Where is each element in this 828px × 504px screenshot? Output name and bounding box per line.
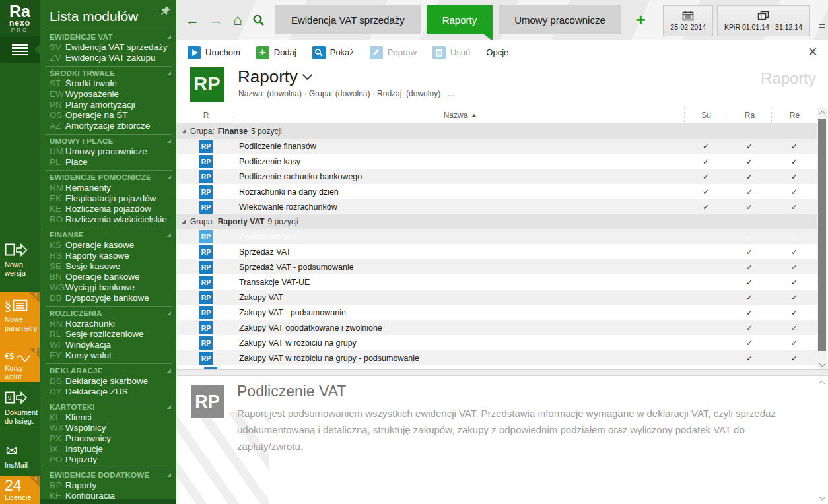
group-row-raporty-vat[interactable]: Grupa: Raporty VAT 9 pozycji xyxy=(176,214,817,229)
scrollbar-thumb[interactable] xyxy=(818,119,826,351)
sidebar-item[interactable]: EYKursy walut xyxy=(46,350,172,361)
column-header-r[interactable]: R xyxy=(176,111,236,120)
sidebar-item[interactable]: STŚrodki trwałe xyxy=(46,79,172,89)
rail-item-licencje[interactable]: ! 24 Licencje xyxy=(0,476,40,504)
section-header[interactable]: DEKLARACJE xyxy=(46,366,172,376)
detail-scroll-up-icon[interactable] xyxy=(819,381,824,386)
sidebar-item[interactable]: EWWyposażenie xyxy=(46,89,172,100)
table-row[interactable]: RP Zakupy VAT w rozbiciu na grupy - pods… xyxy=(176,350,817,365)
options-button[interactable]: Opcje xyxy=(486,47,508,57)
edit-button[interactable]: Popraw xyxy=(370,46,417,59)
tab-umowy-pracownicze[interactable]: Umowy pracownicze xyxy=(499,5,621,34)
resize-grip[interactable] xyxy=(820,495,825,502)
sidebar-item[interactable]: WGWyciągi bankowe xyxy=(46,282,172,293)
section-header[interactable]: EWIDENCJE DODATKOWE xyxy=(46,470,172,480)
sidebar-item[interactable]: SVEwidencja VAT sprzedaży xyxy=(46,42,172,53)
sidebar-item[interactable]: RLSesje rozliczeniowe xyxy=(46,329,172,340)
table-row[interactable]: RP Transakcje VAT-UE ✓ ✓ xyxy=(176,274,817,290)
forward-icon[interactable]: → xyxy=(209,13,223,27)
table-row[interactable]: RP Podliczenie rachunku bankowego ✓ ✓ ✓ xyxy=(176,169,817,184)
sidebar-item[interactable]: RSRaporty kasowe xyxy=(46,251,172,261)
module-list-button[interactable] xyxy=(0,36,40,63)
sidebar-item[interactable]: KSOperacje kasowe xyxy=(46,240,172,251)
table-row[interactable]: RP Podliczenie kasy ✓ ✓ ✓ xyxy=(176,154,817,169)
pane-splitter[interactable] xyxy=(176,369,828,376)
report-detail-title: Podliczenie VAT xyxy=(237,383,346,400)
back-icon[interactable]: ← xyxy=(186,13,199,27)
sidebar-item[interactable]: WXWspólnicy xyxy=(46,423,172,433)
section-header[interactable]: EWIDENCJE POMOCNICZE xyxy=(46,173,172,183)
page-title[interactable]: Raporty xyxy=(238,67,311,87)
table-row[interactable]: RP Sprzedaż VAT - podsumowanie ✓ ✓ xyxy=(176,259,817,274)
table-row[interactable]: RP Zakupy VAT opodatkowane i zwolnione ✓… xyxy=(176,320,817,335)
current-date-button[interactable]: 25-02-2014 xyxy=(663,5,713,36)
rail-item-dokument-do-ksieg[interactable]: 0 Dokumentdo księg. xyxy=(0,385,40,437)
close-icon[interactable]: × xyxy=(808,42,817,61)
rail-item-nowe-parametry[interactable]: ! § Noweparametry xyxy=(0,292,40,348)
table-row[interactable]: RP Zakupy VAT - podsumowanie ✓ ✓ xyxy=(176,305,817,320)
scroll-down-icon[interactable] xyxy=(817,360,827,369)
rail-item-kursy-walut[interactable]: ! €$ Kursywalut xyxy=(0,348,40,382)
sidebar-item[interactable]: RMRemanenty xyxy=(46,183,172,193)
window-menu-button[interactable] xyxy=(815,5,828,45)
tab-raporty[interactable]: Raporty xyxy=(427,5,493,34)
show-button[interactable]: Pokaż xyxy=(312,46,354,59)
sidebar-item[interactable]: DBDyspozycje bankowe xyxy=(46,293,172,303)
sidebar-item[interactable]: RPRaporty xyxy=(46,480,172,491)
section-header[interactable]: ROZLICZENIA xyxy=(46,309,172,319)
home-icon[interactable]: ⌂ xyxy=(233,13,242,27)
sidebar-item[interactable]: PNPlany amortyzacji xyxy=(46,100,172,110)
section-header[interactable]: UMOWY I PŁACE xyxy=(46,137,172,146)
section-header[interactable]: EWIDENCJE VAT xyxy=(46,32,172,42)
column-header-su[interactable]: Su xyxy=(684,108,728,123)
sidebar-item[interactable]: DYDeklaracje ZUS xyxy=(46,387,172,397)
section-header[interactable]: ŚRODKI TRWAŁE xyxy=(46,69,172,79)
search-icon[interactable] xyxy=(252,14,265,26)
table-row[interactable]: RP Rozrachunki na dany dzień ✓ ✓ ✓ xyxy=(176,184,817,199)
sidebar-item[interactable]: AZAmortyzacje zbiorcze xyxy=(46,121,172,131)
column-header-nazwa[interactable]: Nazwa xyxy=(236,108,684,123)
table-row[interactable]: RP Zakupy VAT w rozbiciu na grupy ✓ ✓ xyxy=(176,335,817,350)
sidebar-section: UMOWY I PŁACE UMUmowy pracownicze PLPłac… xyxy=(46,134,172,170)
sidebar-item[interactable]: PLPłace xyxy=(46,157,172,168)
sidebar-item[interactable]: RORozliczenia właścicielskie xyxy=(46,214,172,225)
sidebar-item[interactable]: RNRozrachunki xyxy=(46,319,172,329)
sidebar-item[interactable]: SESesje kasowe xyxy=(46,261,172,272)
sidebar-item[interactable]: KERozliczenia pojazdów xyxy=(46,204,172,214)
sidebar-item[interactable]: POPojazdy xyxy=(46,455,172,465)
section-header[interactable]: FINANSE xyxy=(46,230,172,240)
add-button[interactable]: + Dodaj xyxy=(256,46,296,59)
table-scrollbar[interactable] xyxy=(817,108,827,369)
sidebar-item[interactable]: UMUmowy pracownicze xyxy=(46,146,172,157)
sidebar-item[interactable]: WIWindykacja xyxy=(46,340,172,350)
table-row-selected[interactable]: RP Podliczenie VAT ✓ ✓ xyxy=(176,229,817,244)
new-tab-button[interactable]: + xyxy=(636,11,646,28)
sidebar-item[interactable]: DSDeklaracje skarbowe xyxy=(46,376,172,387)
column-header-ra[interactable]: Ra xyxy=(728,108,771,123)
app-logo[interactable]: Ra nexo PRO xyxy=(0,0,40,36)
sidebar-item[interactable]: EKEksploatacja pojazdów xyxy=(46,193,172,204)
rail-item-insmail[interactable]: ✉ InsMail xyxy=(0,438,40,476)
nav-buttons: ← → ⌂ xyxy=(176,13,275,27)
column-header-re[interactable]: Re xyxy=(771,108,817,123)
group-row-finanse[interactable]: Grupa: Finanse 5 pozycji xyxy=(176,124,817,139)
section-header[interactable]: KARTOTEKI xyxy=(46,402,172,412)
rail-item-nowa-wersja[interactable]: Nowawersja xyxy=(0,237,40,292)
sidebar-item[interactable]: OSOperacje na ŚT xyxy=(46,110,172,121)
sidebar-item[interactable]: KLKlienci xyxy=(46,412,172,423)
table-row[interactable]: RP Sprzedaż VAT ✓ ✓ xyxy=(176,244,817,259)
pin-icon[interactable] xyxy=(160,5,171,16)
table-row[interactable]: RP Zakupy VAT ✓ ✓ xyxy=(176,290,817,305)
sidebar-item[interactable]: IXInstytucje xyxy=(46,444,172,455)
table-row[interactable]: RP Wiekowanie rozrachunków ✓ ✓ ✓ xyxy=(176,199,817,214)
sidebar-item[interactable]: PXPracownicy xyxy=(46,433,172,444)
scroll-up-icon[interactable] xyxy=(817,108,827,117)
tab-ewidencja-vat-sprzedazy[interactable]: Ewidencja VAT sprzedaży xyxy=(275,5,421,34)
filter-summary[interactable]: Nazwa: (dowolna) · Grupa: (dowolna) · Ro… xyxy=(238,89,454,98)
table-row[interactable]: RP Podliczenie finansów ✓ ✓ ✓ xyxy=(176,139,817,154)
sidebar-item[interactable]: BNOperacje bankowe xyxy=(46,272,172,282)
delete-button[interactable]: Usuń xyxy=(432,46,470,59)
sidebar-item[interactable]: ZVEwidencja VAT zakupu xyxy=(46,53,172,63)
run-button[interactable]: Uruchom xyxy=(188,46,240,59)
period-button[interactable]: 1 KPiR 01.01.14 - 31.12.14 xyxy=(717,5,810,36)
